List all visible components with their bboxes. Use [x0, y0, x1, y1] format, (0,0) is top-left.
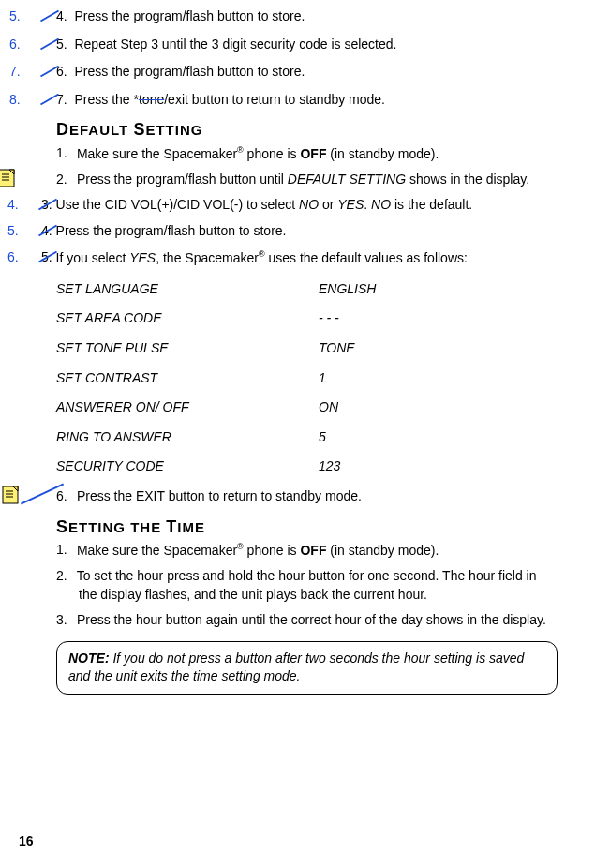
edit-number: 6.: [9, 36, 21, 54]
step-text: Press the program/flash button to store.: [74, 8, 305, 23]
struck-word: tone: [139, 92, 164, 107]
heading-default-setting: DEFAULT SETTING: [56, 118, 558, 142]
table-row: SET LANGUAGEENGLISH: [56, 275, 558, 305]
edit-number: 8.: [9, 91, 21, 110]
list-item: 2. To set the hour press and hold the ho…: [56, 567, 558, 604]
note-icon: [22, 484, 45, 506]
edit-number: 5.: [7, 222, 19, 241]
note-icon: [19, 167, 41, 189]
list-item: 7. 6. Press the EXIT button to return to…: [56, 487, 558, 506]
list-item: 4. 3. Use the CID VOL(+)/CID VOL(-) to s…: [37, 196, 558, 215]
note-label: NOTE:: [68, 651, 112, 666]
edit-number: 6.: [7, 248, 19, 267]
list-item: 5. 4. Press the program/flash button to …: [37, 222, 558, 241]
step-text-2: /exit button to return to standby mode.: [164, 92, 385, 107]
edit-number: 4.: [7, 196, 19, 215]
edit-number: 7.: [9, 63, 21, 82]
note-text: If you do not press a button after two s…: [68, 651, 524, 684]
table-row: SET AREA CODE- - -: [56, 304, 558, 334]
table-row: SET TONE PULSETONE: [56, 334, 558, 364]
note-box: NOTE: If you do not press a button after…: [56, 641, 558, 695]
table-row: RING TO ANSWER5: [56, 423, 558, 453]
heading-setting-time: SETTING THE TIME: [56, 516, 558, 539]
table-row: ANSWERER ON/ OFFON: [56, 393, 558, 423]
step-text: Repeat Step 3 until the 3 digit security…: [74, 37, 396, 52]
list-item: 1. Make sure the Spacemaker® phone is OF…: [56, 144, 558, 163]
default-values-table: SET LANGUAGEENGLISH SET AREA CODE- - - S…: [56, 275, 558, 482]
step-text-1: Press the *: [74, 92, 138, 107]
page-number: 16: [19, 832, 34, 851]
step-text: Press the program/flash button to store.: [74, 64, 305, 79]
table-row: SET CONTRAST1: [56, 364, 558, 394]
list-item: 3. Press the hour button again until the…: [56, 611, 558, 630]
list-item: 1. Make sure the Spacemaker® phone is OF…: [56, 541, 558, 560]
edit-number: 5.: [9, 7, 21, 26]
table-row: SECURITY CODE123: [56, 452, 558, 482]
list-item: 6. 5. If you select YES, the Spacemaker®…: [37, 248, 558, 267]
list-item: 2. Press the program/flash button until …: [56, 171, 558, 189]
